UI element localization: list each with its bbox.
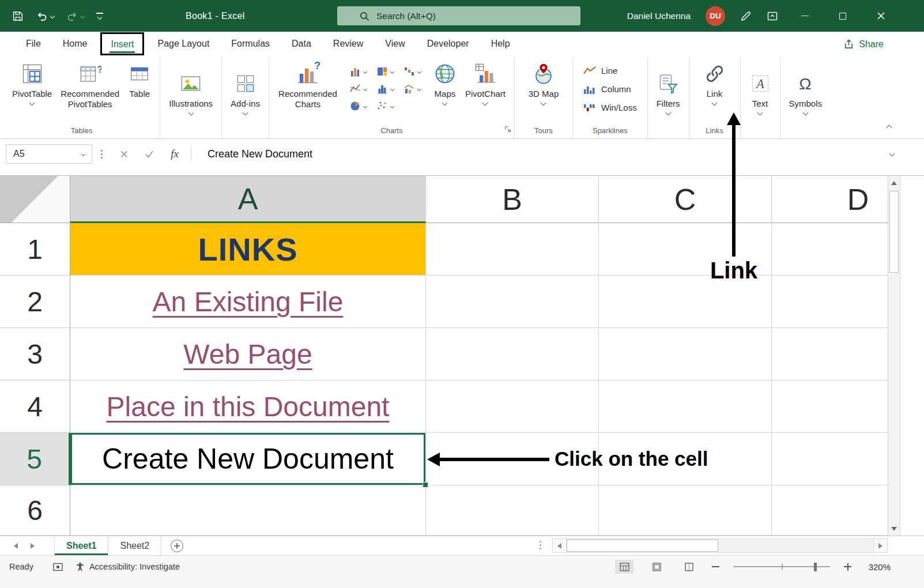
pivotchart-button[interactable]: PivotChart	[461, 58, 510, 107]
insert-statistic-chart-button[interactable]	[372, 80, 399, 97]
customize-qat-button[interactable]	[96, 13, 103, 19]
insert-pie-chart-button[interactable]	[345, 97, 372, 115]
hyperlink-place-in-document[interactable]: Place in this Document	[107, 391, 390, 423]
cell-b1[interactable]	[426, 223, 599, 276]
insert-function-button[interactable]: fx	[162, 144, 187, 164]
user-name[interactable]: Daniel Uchenna	[627, 11, 691, 21]
horizontal-scrollbar[interactable]	[552, 538, 888, 553]
cell-b6[interactable]	[426, 485, 599, 536]
cell-c4[interactable]	[599, 380, 772, 433]
formula-input[interactable]: Create New Document	[195, 148, 924, 160]
recommended-charts-button[interactable]: ? Recommended Charts	[274, 58, 342, 112]
close-button[interactable]	[869, 0, 892, 32]
cell-a6[interactable]	[70, 485, 426, 536]
scroll-down-button[interactable]	[888, 522, 900, 536]
normal-view-button[interactable]	[615, 560, 633, 574]
enter-button[interactable]	[137, 144, 162, 164]
addins-button[interactable]: Add-ins	[227, 68, 264, 117]
recommended-pivottables-button[interactable]: ? Recommended PivotTables	[56, 58, 124, 112]
tab-home[interactable]: Home	[52, 32, 99, 56]
column-header-a[interactable]: A	[70, 176, 426, 223]
insert-column-chart-button[interactable]	[345, 63, 372, 80]
fill-handle[interactable]	[423, 482, 428, 488]
3d-map-button[interactable]: 3D Map	[523, 58, 564, 107]
vertical-scrollbar[interactable]	[888, 176, 900, 536]
zoom-in-button[interactable]	[844, 563, 851, 571]
scroll-right-button[interactable]	[873, 539, 887, 552]
cell-a4[interactable]: Place in this Document	[70, 380, 426, 433]
row-header-4[interactable]: 4	[0, 380, 70, 433]
search-box[interactable]: Search (Alt+Q)	[337, 6, 580, 25]
illustrations-button[interactable]: Illustrations	[165, 68, 217, 117]
cell-c6[interactable]	[599, 485, 772, 536]
column-header-d[interactable]: D	[772, 176, 888, 223]
hyperlink-existing-file[interactable]: An Existing File	[153, 286, 344, 318]
tab-insert[interactable]: Insert	[100, 32, 144, 55]
table-button[interactable]: Table	[124, 58, 155, 101]
vertical-scroll-track[interactable]	[888, 190, 900, 522]
cell-c3[interactable]	[599, 328, 772, 380]
sheet-tab-sheet2[interactable]: Sheet2	[108, 536, 161, 555]
tab-review[interactable]: Review	[322, 32, 374, 56]
cell-a5-selected[interactable]: Create New Document	[70, 433, 426, 485]
save-button[interactable]	[12, 10, 24, 22]
charts-dialog-launcher-icon[interactable]	[504, 125, 512, 135]
row-header-5[interactable]: 5	[0, 433, 70, 485]
accessibility-status[interactable]: Accessibility: Investigate	[76, 562, 180, 571]
row-header-3[interactable]: 3	[0, 328, 70, 380]
cell-b4[interactable]	[426, 380, 599, 433]
tab-file[interactable]: File	[15, 32, 52, 56]
cell-d6[interactable]	[772, 485, 888, 536]
tab-formulas[interactable]: Formulas	[220, 32, 281, 56]
zoom-level[interactable]: 320%	[865, 562, 891, 572]
sparkline-line-button[interactable]: Line	[581, 63, 639, 78]
next-sheet-button[interactable]	[31, 543, 35, 549]
insert-line-chart-button[interactable]	[345, 80, 372, 97]
undo-dropdown-chevron-icon[interactable]	[50, 13, 55, 18]
row-header-1[interactable]: 1	[0, 223, 70, 276]
zoom-thumb[interactable]	[814, 563, 817, 571]
cell-d1[interactable]	[772, 223, 888, 276]
insert-scatter-chart-button[interactable]	[372, 97, 399, 115]
vertical-scroll-thumb[interactable]	[889, 191, 899, 273]
collapse-ribbon-button[interactable]	[882, 123, 895, 134]
row-header-2[interactable]: 2	[0, 276, 70, 328]
link-button[interactable]: Link	[699, 58, 730, 107]
cell-d4[interactable]	[772, 380, 888, 433]
previous-sheet-button[interactable]	[14, 543, 18, 549]
insert-waterfall-chart-button[interactable]	[399, 63, 426, 80]
tab-page-layout[interactable]: Page Layout	[146, 32, 220, 56]
column-header-c[interactable]: C	[599, 176, 772, 223]
select-all-button[interactable]	[0, 176, 70, 223]
inking-button[interactable]	[740, 10, 752, 22]
cell-d5[interactable]	[772, 433, 888, 485]
scroll-up-button[interactable]	[888, 176, 900, 190]
minimize-button[interactable]	[793, 0, 816, 32]
name-box[interactable]: A5	[6, 144, 92, 164]
tab-bar-grip[interactable]	[540, 541, 541, 549]
scroll-left-button[interactable]	[553, 539, 567, 552]
sheet-tab-sheet1[interactable]: Sheet1	[54, 536, 108, 555]
cancel-button[interactable]	[111, 144, 137, 164]
insert-hierarchy-chart-button[interactable]	[372, 63, 399, 80]
undo-button[interactable]	[36, 10, 54, 22]
tab-view[interactable]: View	[374, 32, 416, 56]
tab-developer[interactable]: Developer	[416, 32, 480, 56]
macro-record-button[interactable]	[53, 563, 63, 571]
cell-d3[interactable]	[772, 328, 888, 380]
tab-help[interactable]: Help	[480, 32, 521, 56]
zoom-out-button[interactable]	[712, 566, 719, 567]
new-sheet-button[interactable]	[171, 540, 183, 552]
share-button[interactable]: Share	[839, 36, 888, 52]
cell-a2[interactable]: An Existing File	[70, 276, 426, 328]
horizontal-scroll-thumb[interactable]	[567, 540, 718, 552]
avatar[interactable]: DU	[706, 6, 725, 26]
name-box-chevron-icon[interactable]	[81, 152, 85, 156]
zoom-slider[interactable]	[733, 561, 830, 572]
cell-b2[interactable]	[426, 276, 599, 328]
row-header-6[interactable]: 6	[0, 485, 70, 536]
ribbon-display-options-button[interactable]	[767, 10, 778, 22]
tab-data[interactable]: Data	[281, 32, 322, 56]
redo-button[interactable]	[66, 10, 84, 22]
symbols-button[interactable]: Ω Symbols	[785, 68, 827, 117]
